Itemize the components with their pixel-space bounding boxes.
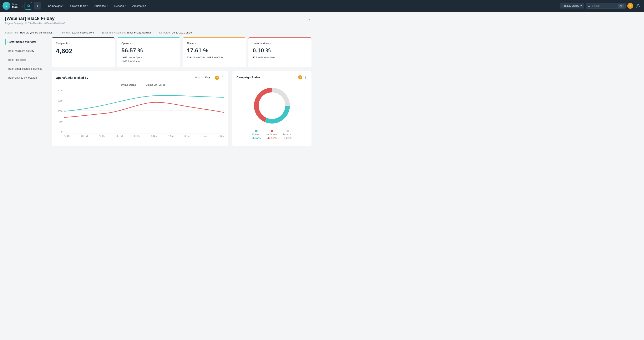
line-chart-legend: Unique Opens Unique Link Clicks: [56, 84, 224, 86]
opens-value: 56.57 %: [122, 47, 176, 54]
svg-point-6: [637, 4, 639, 6]
campaign-info-bar: Subject line: How did you like our webin…: [5, 29, 312, 37]
recipients-chevron-icon[interactable]: ›: [69, 42, 70, 44]
clicks-value: 17.61 %: [187, 47, 242, 54]
opened-pct: 56.57%: [252, 136, 261, 140]
svg-text:M: M: [6, 4, 7, 7]
tab-hour[interactable]: Hour: [192, 75, 203, 80]
search-input[interactable]: [592, 4, 617, 7]
clicks-line: [64, 102, 224, 118]
donut-chart-menu-button[interactable]: ⋮: [304, 75, 307, 79]
page-title: [Webinar] Black Friday: [5, 16, 65, 21]
unsubscribes-card: Unsubscribes › 0.10 % 40 Total Unsubscri…: [248, 37, 312, 67]
main-layout: Performance overview Track recipient act…: [5, 37, 312, 146]
donut-legend-bounced: Bounced 0.23%: [283, 130, 292, 140]
page-container: [Webinar] Black Friday Regular Campaign …: [0, 12, 316, 150]
search-filter-button[interactable]: All: [618, 4, 624, 8]
legend-clicks-label: Unique Link Clicks: [146, 84, 165, 86]
user-button[interactable]: [635, 2, 642, 9]
sidebar-item-activity[interactable]: Track recipient activity: [5, 46, 47, 55]
credits-button[interactable]: 726,529 credits ▾: [560, 3, 584, 8]
recipients-card: Recipients › 4,602: [52, 37, 115, 67]
not-opened-label: Not Opened: [266, 133, 278, 136]
legend-opens-label: Unique Opens: [121, 84, 136, 86]
brand-name: Moo: [12, 5, 18, 8]
unsubscribes-value: 0.10 %: [252, 47, 307, 54]
sender-info: Sender: tea@moosend.com: [62, 31, 94, 34]
home-button[interactable]: [24, 2, 32, 9]
unsubscribes-sub: 40 Total Unsubscribes: [252, 55, 307, 59]
unsubscribes-chevron-icon[interactable]: ›: [270, 42, 270, 44]
brand-logo: M: [2, 2, 10, 10]
line-chart-help-icon[interactable]: ?: [215, 76, 219, 80]
opened-label: Opened: [252, 133, 260, 136]
line-chart-title: Opens/Links clicked by: [56, 76, 190, 79]
donut-chart-container: Opened 56.57% Not Opened 43.19% Bounced: [236, 83, 307, 142]
clicks-chevron-icon[interactable]: ›: [195, 42, 196, 44]
bounced-pct: 0.23%: [284, 136, 292, 140]
tab-day[interactable]: Day: [203, 75, 212, 80]
line-chart-svg: [64, 88, 224, 134]
stat-cards-grid: Recipients › 4,602 Opens › 56.57 % 2,603…: [52, 37, 312, 67]
donut-chart-help-icon[interactable]: ?: [298, 75, 302, 79]
delivered-info: Delivered: 26-10-2021 18:15: [159, 31, 192, 34]
growth-tools-chevron-icon: ▾: [87, 5, 88, 7]
search-icon: [588, 4, 590, 7]
line-chart-card: Opens/Links clicked by Hour Day ? ⋮ Uniq…: [52, 71, 228, 146]
opens-chevron-icon[interactable]: ›: [130, 42, 130, 44]
audience-chevron-icon: ▾: [106, 5, 108, 7]
brand-info: Owner Moo: [12, 3, 18, 8]
clicks-label: Clicks: [187, 42, 194, 45]
page-more-menu-button[interactable]: ⋮: [307, 17, 312, 22]
top-navigation: M Owner Moo ▾ Campaigns ▾ Growth Tools ▾…: [0, 0, 644, 12]
unsubscribes-label: Unsubscribes: [252, 42, 269, 45]
sidebar-item-performance[interactable]: Performance overview: [5, 37, 47, 46]
clicks-sub: 810 Unique Clicks 911 Total Clicks: [187, 55, 242, 59]
legend-opens-dot: [115, 85, 120, 85]
credits-chevron-icon: ▾: [580, 4, 582, 7]
sidebar-item-clients[interactable]: Track email clients & devices: [5, 64, 47, 73]
donut-chart-header: Campaign Status ? ⋮: [236, 75, 307, 79]
help-button[interactable]: ?: [627, 3, 633, 9]
list-info: Email lists / segment: Black Friday Webi…: [102, 31, 151, 34]
recipients-value: 4,602: [56, 47, 110, 55]
sidebar: Performance overview Track recipient act…: [5, 37, 47, 146]
recipients-label: Recipients: [56, 42, 68, 45]
opens-sub: 2,603 Unique Opens 2,928 Total Opens: [122, 55, 176, 63]
nav-automation[interactable]: Automation: [129, 0, 150, 12]
legend-clicks: Unique Link Clicks: [140, 84, 165, 86]
nav-audience[interactable]: Audience ▾: [91, 0, 111, 12]
chart-tabs: Hour Day: [192, 75, 212, 80]
line-chart-menu-button[interactable]: ⋮: [221, 76, 224, 80]
nav-right-section: 726,529 credits ▾ All ?: [560, 2, 642, 9]
not-opened-dot: [271, 130, 273, 132]
opens-line: [64, 95, 224, 112]
main-navigation: Campaigns ▾ Growth Tools ▾ Audience ▾ Re…: [44, 0, 558, 12]
subject-info: Subject line: How did you like our webin…: [5, 31, 54, 34]
opens-card: Opens › 56.57 % 2,603 Unique Opens 2,928…: [117, 37, 180, 67]
donut-legend: Opened 56.57% Not Opened 43.19% Bounced: [252, 130, 292, 140]
nav-campaigns[interactable]: Campaigns ▾: [44, 0, 67, 12]
opens-label: Opens: [122, 42, 129, 45]
charts-row: Opens/Links clicked by Hour Day ? ⋮ Uniq…: [52, 71, 312, 146]
add-button[interactable]: [34, 2, 41, 9]
legend-opens: Unique Opens: [115, 84, 136, 86]
main-content: Recipients › 4,602 Opens › 56.57 % 2,603…: [52, 37, 312, 146]
nav-reports[interactable]: Reports ▾: [111, 0, 129, 12]
sidebar-item-location[interactable]: Track activity by location: [5, 73, 47, 82]
donut-chart-title: Campaign Status: [236, 76, 298, 79]
brand-owner-label: Owner: [12, 3, 18, 5]
sidebar-item-clicks[interactable]: Track link clicks: [5, 55, 47, 64]
opened-dot: [255, 130, 258, 132]
donut-legend-not-opened: Not Opened 43.19%: [266, 130, 278, 140]
clicks-card: Clicks › 17.61 % 810 Unique Clicks 911 T…: [183, 37, 246, 67]
legend-clicks-dot: [140, 85, 145, 85]
not-opened-pct: 43.19%: [267, 136, 276, 140]
donut-legend-opened: Opened 56.57%: [252, 130, 261, 140]
donut-svg: [251, 85, 293, 126]
x-axis-labels: 27. Oct 28. Oct 29. Oct 30. Oct 31. Oct …: [64, 134, 224, 137]
brand-chevron-icon[interactable]: ▾: [22, 5, 23, 7]
reports-chevron-icon: ▾: [125, 5, 126, 7]
nav-growth-tools[interactable]: Growth Tools ▾: [67, 0, 91, 12]
bounced-dot: [286, 130, 289, 132]
